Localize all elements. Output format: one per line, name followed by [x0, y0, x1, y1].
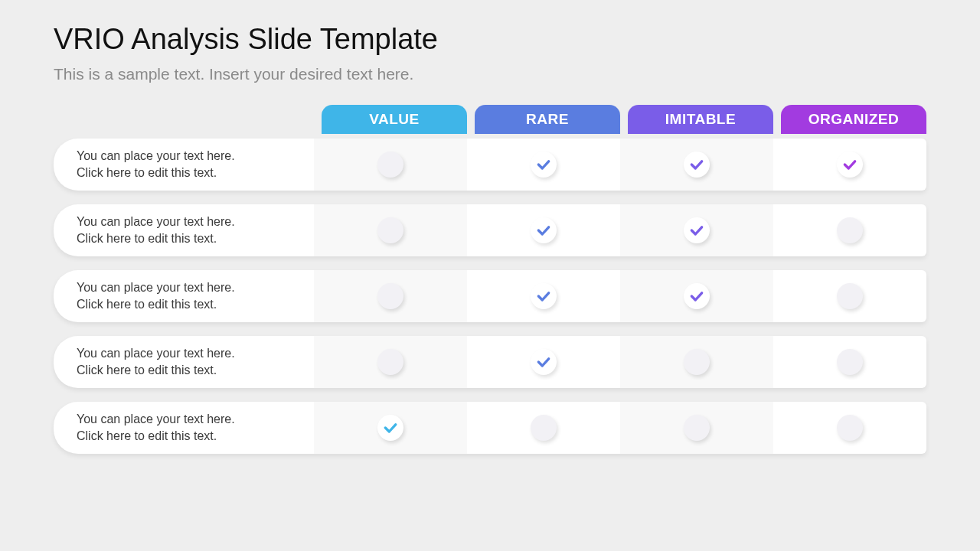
check-cell-value[interactable]	[314, 402, 467, 454]
check-cell-organized[interactable]	[773, 336, 926, 388]
row-label-line2: Click here to edit this text.	[77, 428, 306, 445]
table-row: You can place your text here.Click here …	[54, 336, 926, 388]
row-label-line1: You can place your text here.	[77, 279, 306, 296]
row-label-line1: You can place your text here.	[77, 148, 306, 165]
row-label-line1: You can place your text here.	[77, 214, 306, 230]
check-icon	[531, 349, 557, 375]
check-cell-rare[interactable]	[467, 204, 620, 256]
table-row: You can place your text here.Click here …	[54, 204, 926, 256]
check-cell-value[interactable]	[314, 270, 467, 322]
column-header-organized: ORGANIZED	[781, 105, 926, 134]
check-cell-imitable[interactable]	[620, 402, 773, 454]
row-label-line2: Click here to edit this text.	[77, 362, 306, 379]
check-icon	[837, 152, 863, 178]
row-label[interactable]: You can place your text here.Click here …	[54, 270, 314, 322]
check-icon	[684, 217, 710, 243]
check-cell-imitable[interactable]	[620, 204, 773, 256]
column-header-rare: RARE	[475, 105, 620, 134]
table-row: You can place your text here.Click here …	[54, 139, 926, 191]
empty-check-icon	[837, 349, 863, 375]
check-cell-rare[interactable]	[467, 336, 620, 388]
vrio-table: VALUERAREIMITABLEORGANIZED You can place…	[54, 105, 926, 454]
check-icon	[531, 217, 557, 243]
row-label[interactable]: You can place your text here.Click here …	[54, 402, 314, 454]
column-header-imitable: IMITABLE	[628, 105, 773, 134]
row-label-line1: You can place your text here.	[77, 345, 306, 362]
check-icon	[531, 152, 557, 178]
empty-check-icon	[531, 415, 557, 441]
check-icon	[684, 283, 710, 309]
empty-check-icon	[837, 283, 863, 309]
check-cell-organized[interactable]	[773, 139, 926, 191]
column-header-value: VALUE	[322, 105, 467, 134]
empty-check-icon	[377, 283, 403, 309]
check-cell-imitable[interactable]	[620, 336, 773, 388]
slide-subtitle: This is a sample text. Insert your desir…	[54, 65, 926, 83]
check-cell-organized[interactable]	[773, 270, 926, 322]
check-icon	[531, 283, 557, 309]
empty-check-icon	[377, 349, 403, 375]
empty-check-icon	[684, 415, 710, 441]
check-cell-value[interactable]	[314, 336, 467, 388]
check-cell-value[interactable]	[314, 139, 467, 191]
check-cell-rare[interactable]	[467, 270, 620, 322]
check-icon	[377, 415, 403, 441]
check-cell-imitable[interactable]	[620, 270, 773, 322]
empty-check-icon	[684, 349, 710, 375]
slide-title: VRIO Analysis Slide Template	[54, 23, 926, 56]
empty-check-icon	[837, 415, 863, 441]
empty-check-icon	[377, 217, 403, 243]
row-label[interactable]: You can place your text here.Click here …	[54, 139, 314, 191]
header-spacer	[54, 105, 314, 134]
check-icon	[684, 152, 710, 178]
check-cell-imitable[interactable]	[620, 139, 773, 191]
row-label-line2: Click here to edit this text.	[77, 296, 306, 313]
row-label[interactable]: You can place your text here.Click here …	[54, 336, 314, 388]
row-label-line2: Click here to edit this text.	[77, 165, 306, 181]
empty-check-icon	[377, 152, 403, 178]
check-cell-rare[interactable]	[467, 139, 620, 191]
check-cell-rare[interactable]	[467, 402, 620, 454]
empty-check-icon	[837, 217, 863, 243]
row-label-line1: You can place your text here.	[77, 411, 306, 428]
table-row: You can place your text here.Click here …	[54, 270, 926, 322]
check-cell-organized[interactable]	[773, 204, 926, 256]
check-cell-organized[interactable]	[773, 402, 926, 454]
check-cell-value[interactable]	[314, 204, 467, 256]
row-label-line2: Click here to edit this text.	[77, 230, 306, 247]
table-header-row: VALUERAREIMITABLEORGANIZED	[54, 105, 926, 134]
table-row: You can place your text here.Click here …	[54, 402, 926, 454]
row-label[interactable]: You can place your text here.Click here …	[54, 204, 314, 256]
